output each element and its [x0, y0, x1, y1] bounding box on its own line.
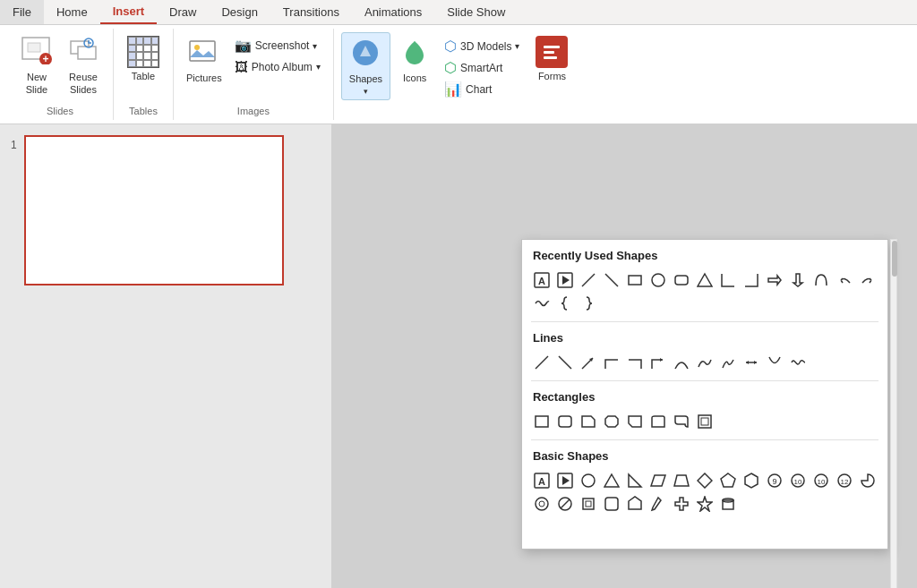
shape-curved-arrow-left[interactable]	[834, 269, 855, 291]
shape-arrow-down[interactable]	[787, 269, 809, 291]
menu-slideshow[interactable]: Slide Show	[434, 0, 518, 24]
line-curve[interactable]	[671, 352, 692, 373]
line-squiggle[interactable]	[787, 352, 809, 373]
shape-brace-close[interactable]	[578, 293, 599, 314]
reuse-slides-button[interactable]: Reuse Slides	[61, 32, 106, 100]
basic-no-symbol[interactable]	[554, 493, 576, 515]
shape-line-diag2[interactable]	[601, 269, 622, 291]
photo-album-button[interactable]: 🖼 Photo Album ▾	[229, 57, 326, 76]
basic-pentagon2[interactable]	[624, 493, 646, 515]
basic-donut[interactable]	[531, 493, 553, 515]
basic-parallelogram[interactable]	[647, 470, 669, 491]
basic-circle-10[interactable]: 10	[787, 470, 809, 491]
rect-round-single[interactable]	[647, 411, 669, 432]
basic-hexagon[interactable]	[741, 470, 762, 491]
rect-snip-corner[interactable]	[578, 411, 599, 432]
svg-rect-20	[629, 276, 641, 285]
rect-snip2[interactable]	[601, 411, 622, 432]
shape-oval[interactable]	[647, 269, 669, 291]
lines-shapes	[522, 350, 887, 380]
basic-pentagon[interactable]	[717, 470, 739, 491]
line-elbow-arrow[interactable]	[647, 352, 669, 373]
svg-text:+: +	[42, 53, 48, 64]
basic-play[interactable]	[554, 470, 576, 491]
table-button[interactable]: Table	[121, 32, 166, 85]
shape-textbox[interactable]: A	[531, 269, 553, 291]
rect-round-diagonal[interactable]	[671, 411, 692, 432]
icons-icon	[399, 36, 431, 70]
basic-star4[interactable]	[694, 493, 716, 515]
new-slide-button[interactable]: + New Slide	[14, 32, 59, 100]
menu-animations[interactable]: Animations	[352, 0, 434, 24]
illustrations-group-items: Shapes ▾ Icons ⬡ 3D Models ▾	[341, 29, 578, 115]
icons-button[interactable]: Icons	[392, 32, 437, 87]
shape-wave[interactable]	[531, 293, 553, 314]
basic-circle[interactable]	[578, 470, 599, 491]
rect-frame[interactable]	[694, 411, 716, 432]
menu-file[interactable]: File	[0, 0, 44, 24]
svg-marker-30	[660, 358, 663, 362]
3d-models-dropdown-icon[interactable]: ▾	[515, 41, 519, 51]
pictures-label: Pictures	[186, 72, 222, 83]
shapes-button[interactable]: Shapes ▾	[341, 32, 390, 100]
line-elbow[interactable]	[601, 352, 622, 373]
shapes-panel-scrollbar[interactable]	[890, 239, 897, 588]
3d-models-button[interactable]: ⬡ 3D Models ▾	[439, 36, 525, 56]
svg-marker-36	[582, 416, 595, 427]
rect-snip3[interactable]	[624, 411, 646, 432]
basic-circle-10b[interactable]: 10	[810, 470, 832, 491]
shape-arrow-right[interactable]	[764, 269, 785, 291]
menu-home[interactable]: Home	[44, 0, 100, 24]
line-double-arrow[interactable]	[741, 352, 762, 373]
screenshot-dropdown-icon[interactable]: ▾	[313, 41, 317, 51]
forms-button[interactable]: Forms	[527, 32, 577, 85]
shape-notch[interactable]	[741, 269, 762, 291]
shape-brace-open[interactable]	[554, 293, 576, 314]
3d-smartart-chart-group: ⬡ 3D Models ▾ ⬡ SmartArt 📊 Chart	[439, 32, 525, 103]
basic-plaque[interactable]	[601, 493, 622, 515]
scrollbar-thumb[interactable]	[892, 241, 897, 277]
line-freeform[interactable]	[717, 352, 739, 373]
menu-draw[interactable]: Draw	[157, 0, 209, 24]
svg-marker-33	[754, 361, 757, 364]
shape-rectangle[interactable]	[624, 269, 646, 291]
shape-line-diag1[interactable]	[578, 269, 599, 291]
menu-insert[interactable]: Insert	[100, 0, 157, 24]
menu-transitions[interactable]: Transitions	[270, 0, 352, 24]
shape-play[interactable]	[554, 269, 576, 291]
photo-album-dropdown-icon[interactable]: ▾	[316, 62, 321, 72]
rect-rounded[interactable]	[554, 411, 576, 432]
line-straight2[interactable]	[554, 352, 576, 373]
slide-preview[interactable]	[24, 135, 284, 285]
shape-arc[interactable]	[810, 269, 832, 291]
basic-cylinder[interactable]	[717, 493, 739, 515]
basic-cross[interactable]	[671, 493, 692, 515]
shape-triangle[interactable]	[694, 269, 716, 291]
line-elbow2[interactable]	[624, 352, 646, 373]
basic-trapezoid[interactable]	[671, 470, 692, 491]
shape-curved-arrow-right[interactable]	[857, 269, 878, 291]
svg-rect-7	[190, 41, 215, 61]
svg-rect-13	[544, 56, 557, 59]
basic-circle-9[interactable]: 9	[764, 470, 785, 491]
shape-right-angle[interactable]	[717, 269, 739, 291]
line-curved-connector[interactable]	[764, 352, 785, 373]
rect-basic[interactable]	[531, 411, 553, 432]
basic-triangle[interactable]	[601, 470, 622, 491]
basic-pencil[interactable]	[647, 493, 669, 515]
menu-design[interactable]: Design	[209, 0, 270, 24]
shape-rounded-rect[interactable]	[671, 269, 692, 291]
basic-pie[interactable]	[857, 470, 878, 491]
screenshot-button[interactable]: 📷 Screenshot ▾	[229, 36, 326, 55]
basic-square[interactable]	[578, 493, 599, 515]
pictures-button[interactable]: Pictures	[181, 32, 227, 87]
basic-diamond[interactable]	[694, 470, 716, 491]
basic-circle-12[interactable]: 12	[834, 470, 855, 491]
basic-right-triangle[interactable]	[624, 470, 646, 491]
smartart-button[interactable]: ⬡ SmartArt	[439, 57, 525, 78]
line-straight[interactable]	[531, 352, 553, 373]
basic-textbox[interactable]: A	[531, 470, 553, 491]
line-arrow[interactable]	[578, 352, 599, 373]
line-scribble[interactable]	[694, 352, 716, 373]
chart-button[interactable]: 📊 Chart	[439, 79, 525, 99]
